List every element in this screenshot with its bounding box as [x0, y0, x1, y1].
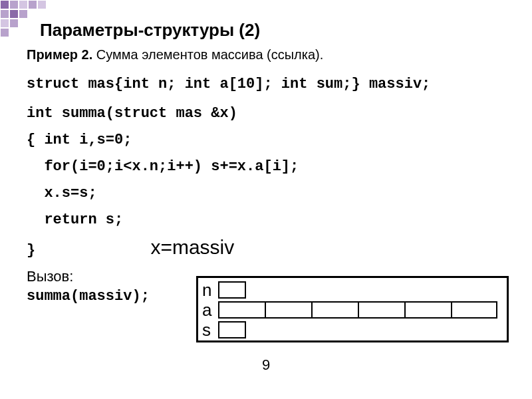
page-title: Параметры-структуры (2) — [40, 20, 505, 41]
diagram-cell-a — [218, 301, 265, 319]
diagram-cell-s — [218, 321, 246, 338]
code-line-3: { int i,s=0; — [27, 129, 505, 152]
code-line-5: x.s=s; — [27, 182, 505, 205]
corner-decoration — [0, 0, 47, 37]
diagram-row-s: s — [201, 320, 504, 340]
diagram-label-s: s — [201, 320, 218, 340]
diagram-array-cells — [218, 301, 497, 319]
page-number: 9 — [262, 356, 270, 374]
diagram-cell-a — [404, 301, 451, 319]
example-prefix: Пример 2. — [27, 47, 92, 62]
diagram-label-a: a — [201, 300, 218, 321]
code-line-6: return s; — [27, 209, 505, 231]
diagram-cell-a — [265, 301, 311, 319]
code-line-7: } — [27, 242, 35, 259]
code-line-1: struct mas{int n; int a[10]; int sum;} m… — [27, 73, 505, 96]
diagram-cell-a — [311, 301, 358, 319]
code-line-2: int summa(struct mas &x) — [27, 102, 505, 125]
x-equals-massiv: x=massiv — [150, 236, 234, 258]
example-line: Пример 2. Сумма элементов массива (ссылк… — [27, 47, 505, 63]
diagram-cell-n — [218, 281, 246, 299]
struct-diagram: n a s — [196, 276, 509, 342]
example-text: Сумма элементов массива (ссылка). — [96, 47, 323, 62]
diagram-cell-a — [358, 301, 404, 319]
diagram-cell-a — [451, 301, 497, 319]
code-line-4: for(i=0;i<x.n;i++) s+=x.a[i]; — [27, 156, 505, 178]
diagram-label-n: n — [201, 280, 218, 301]
diagram-row-n: n — [201, 280, 504, 300]
diagram-row-a: a — [201, 300, 504, 320]
